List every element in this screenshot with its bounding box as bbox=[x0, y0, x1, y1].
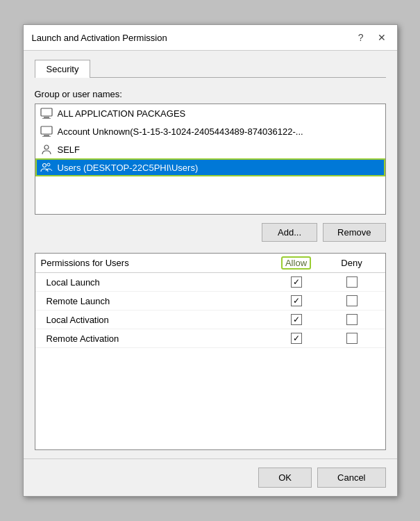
user-label-all-app-packages: ALL APPLICATION PACKAGES bbox=[58, 108, 186, 119]
user-label-account-unknown: Account Unknown(S-1-15-3-1024-2405443489… bbox=[58, 126, 303, 137]
perm-name-local-launch: Local Launch bbox=[41, 277, 269, 288]
user-label-self: SELF bbox=[58, 144, 81, 155]
perm-row-remote-activation: Remote Activation bbox=[35, 329, 385, 348]
deny-checkbox-local-launch[interactable] bbox=[346, 276, 358, 288]
permissions-for-label: Permissions for Users bbox=[41, 258, 269, 268]
title-bar: Launch and Activation Permission ? ✕ bbox=[24, 25, 397, 51]
svg-point-7 bbox=[42, 164, 46, 167]
cancel-button[interactable]: Cancel bbox=[317, 468, 385, 488]
svg-point-8 bbox=[47, 163, 50, 166]
svg-rect-2 bbox=[42, 118, 51, 119]
svg-point-6 bbox=[44, 145, 49, 149]
perm-row-local-launch: Local Launch bbox=[35, 273, 385, 292]
deny-header: Deny bbox=[324, 258, 380, 268]
close-button[interactable]: ✕ bbox=[375, 31, 389, 44]
title-bar-left: Launch and Activation Permission bbox=[32, 33, 167, 43]
tab-row: Security bbox=[35, 59, 386, 78]
allow-header: Allow bbox=[269, 258, 324, 268]
remove-button[interactable]: Remove bbox=[323, 223, 385, 242]
computer-icon-2 bbox=[40, 124, 53, 138]
perm-allow-remote-launch[interactable] bbox=[269, 295, 324, 306]
user-item-self[interactable]: SELF bbox=[35, 140, 385, 158]
svg-rect-1 bbox=[44, 117, 49, 118]
dialog-footer: OK Cancel bbox=[24, 458, 397, 496]
allow-checkbox-local-activation[interactable] bbox=[291, 314, 302, 325]
allow-highlight: Allow bbox=[281, 256, 311, 270]
allow-checkbox-remote-launch[interactable] bbox=[291, 295, 302, 306]
ok-button[interactable]: OK bbox=[258, 468, 312, 488]
perm-deny-local-launch[interactable] bbox=[324, 276, 380, 288]
deny-checkbox-remote-activation[interactable] bbox=[346, 333, 358, 344]
allow-checkbox-remote-activation[interactable] bbox=[291, 333, 302, 344]
perm-deny-remote-activation[interactable] bbox=[324, 333, 380, 344]
perm-allow-remote-activation[interactable] bbox=[269, 333, 324, 344]
perm-allow-local-launch[interactable] bbox=[269, 276, 324, 288]
deny-checkbox-remote-launch[interactable] bbox=[346, 295, 358, 306]
allow-checkbox-local-launch[interactable] bbox=[291, 276, 302, 288]
svg-rect-5 bbox=[42, 136, 51, 137]
help-button[interactable]: ? bbox=[355, 31, 367, 44]
svg-rect-3 bbox=[41, 126, 52, 134]
permissions-header: Permissions for Users Allow Deny bbox=[35, 254, 385, 273]
perm-row-local-activation: Local Activation bbox=[35, 311, 385, 329]
user-label-users-desktop: Users (DESKTOP-22C5PHI\Users) bbox=[58, 163, 199, 173]
group-section-label: Group or user names: bbox=[35, 89, 386, 99]
perm-deny-local-activation[interactable] bbox=[324, 314, 380, 325]
deny-checkbox-local-activation[interactable] bbox=[346, 314, 358, 325]
add-button[interactable]: Add... bbox=[262, 223, 317, 242]
user-item-account-unknown[interactable]: Account Unknown(S-1-15-3-1024-2405443489… bbox=[35, 122, 385, 140]
dialog-body: Security Group or user names: ALL APPLIC… bbox=[24, 51, 397, 458]
add-remove-row: Add... Remove bbox=[35, 223, 386, 242]
dialog-title: Launch and Activation Permission bbox=[32, 33, 167, 43]
perm-name-local-activation: Local Activation bbox=[41, 315, 269, 325]
perm-allow-local-activation[interactable] bbox=[269, 314, 324, 325]
user-item-all-app-packages[interactable]: ALL APPLICATION PACKAGES bbox=[35, 104, 385, 122]
svg-rect-0 bbox=[41, 108, 52, 116]
perm-row-remote-launch: Remote Launch bbox=[35, 292, 385, 311]
users-icon bbox=[40, 160, 53, 174]
user-icon bbox=[40, 142, 53, 156]
svg-rect-4 bbox=[44, 135, 49, 136]
perm-name-remote-activation: Remote Activation bbox=[41, 333, 269, 344]
perm-deny-remote-launch[interactable] bbox=[324, 295, 380, 306]
user-item-users-desktop[interactable]: Users (DESKTOP-22C5PHI\Users) bbox=[35, 158, 385, 176]
users-list[interactable]: ALL APPLICATION PACKAGES Account Unknown… bbox=[35, 104, 386, 215]
permissions-section: Permissions for Users Allow Deny Local L… bbox=[35, 253, 386, 450]
title-bar-right: ? ✕ bbox=[355, 31, 389, 44]
perm-name-remote-launch: Remote Launch bbox=[41, 296, 269, 306]
computer-icon bbox=[40, 106, 53, 120]
tab-security[interactable]: Security bbox=[35, 60, 91, 78]
dialog-window: Launch and Activation Permission ? ✕ Sec… bbox=[23, 24, 398, 497]
